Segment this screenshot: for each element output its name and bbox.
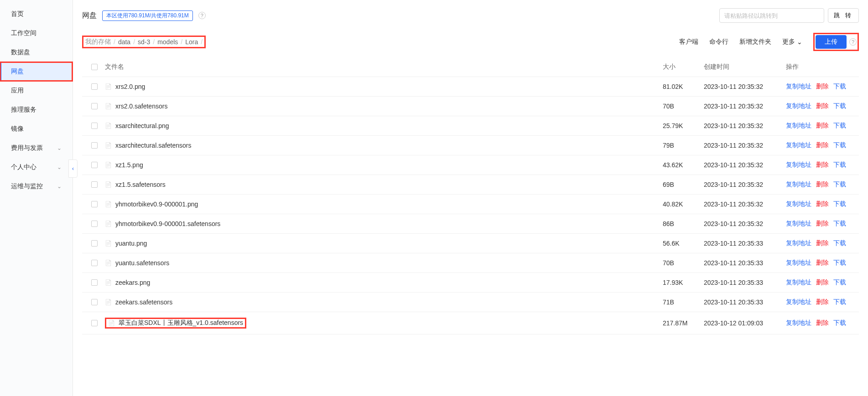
file-name[interactable]: xsarchitectural.png: [115, 122, 169, 129]
download-link[interactable]: 下载: [833, 180, 846, 189]
upload-help-icon[interactable]: ?: [849, 38, 857, 46]
delete-link[interactable]: 删除: [816, 200, 829, 208]
sidebar-item-2[interactable]: 数据盘: [0, 43, 73, 62]
row-checkbox[interactable]: [91, 279, 98, 286]
breadcrumb-item[interactable]: 我的存储: [85, 38, 111, 46]
copy-link[interactable]: 复制地址: [786, 180, 811, 189]
path-jump-input[interactable]: [719, 8, 824, 23]
delete-link[interactable]: 删除: [816, 278, 829, 287]
sidebar-item-6[interactable]: 镜像: [0, 119, 73, 139]
download-link[interactable]: 下载: [833, 141, 846, 149]
file-name[interactable]: xsarchitectural.safetensors: [115, 142, 192, 149]
row-checkbox[interactable]: [91, 201, 98, 207]
copy-link[interactable]: 复制地址: [786, 141, 811, 149]
delete-link[interactable]: 删除: [816, 180, 829, 189]
cli-link[interactable]: 命令行: [709, 38, 728, 46]
copy-link[interactable]: 复制地址: [786, 298, 811, 306]
delete-link[interactable]: 删除: [816, 259, 829, 267]
file-name[interactable]: xrs2.0.safetensors: [115, 103, 167, 110]
header-name: 文件名: [105, 63, 663, 71]
chevron-down-icon: ⌄: [57, 145, 62, 151]
copy-link[interactable]: 复制地址: [786, 259, 811, 267]
row-checkbox[interactable]: [91, 162, 98, 168]
delete-link[interactable]: 删除: [816, 82, 829, 91]
copy-link[interactable]: 复制地址: [786, 220, 811, 228]
delete-link[interactable]: 删除: [816, 319, 829, 327]
download-link[interactable]: 下载: [833, 220, 846, 228]
copy-link[interactable]: 复制地址: [786, 239, 811, 247]
more-dropdown[interactable]: 更多 ⌄: [782, 38, 802, 46]
file-name[interactable]: yhmotorbikev0.9-000001.safetensors: [115, 220, 220, 227]
delete-link[interactable]: 删除: [816, 220, 829, 228]
row-checkbox[interactable]: [91, 142, 98, 149]
sidebar-item-4[interactable]: 应用: [0, 81, 73, 100]
sidebar-item-8[interactable]: 个人中心⌄: [0, 158, 73, 177]
file-name[interactable]: 翠玉白菜SDXL丨玉雕风格_v1.0.safetensors: [119, 319, 243, 327]
jump-button[interactable]: 跳 转: [828, 8, 859, 23]
file-name[interactable]: yuantu.png: [115, 240, 147, 247]
row-checkbox[interactable]: [91, 123, 98, 129]
download-link[interactable]: 下载: [833, 259, 846, 267]
delete-link[interactable]: 删除: [816, 239, 829, 247]
copy-link[interactable]: 复制地址: [786, 319, 811, 327]
delete-link[interactable]: 删除: [816, 141, 829, 149]
chevron-down-icon: ⌄: [797, 38, 802, 46]
sidebar-item-label: 个人中心: [11, 163, 36, 171]
row-checkbox[interactable]: [91, 320, 98, 326]
row-checkbox[interactable]: [91, 83, 98, 90]
download-link[interactable]: 下载: [833, 122, 846, 130]
row-checkbox[interactable]: [91, 221, 98, 227]
sidebar-item-3[interactable]: 网盘: [0, 62, 73, 81]
file-name[interactable]: xrs2.0.png: [115, 83, 145, 90]
help-icon[interactable]: ?: [198, 12, 206, 19]
copy-link[interactable]: 复制地址: [786, 102, 811, 110]
download-link[interactable]: 下载: [833, 298, 846, 306]
copy-link[interactable]: 复制地址: [786, 278, 811, 287]
file-name[interactable]: xz1.5.png: [115, 161, 143, 169]
delete-link[interactable]: 删除: [816, 122, 829, 130]
sidebar-item-1[interactable]: 工作空间: [0, 24, 73, 43]
file-name[interactable]: yhmotorbikev0.9-000001.png: [115, 201, 198, 208]
copy-link[interactable]: 复制地址: [786, 161, 811, 169]
download-link[interactable]: 下载: [833, 102, 846, 110]
sidebar-item-0[interactable]: 首页: [0, 5, 73, 24]
select-all-checkbox[interactable]: [91, 64, 98, 70]
sidebar-item-9[interactable]: 运维与监控⌄: [0, 177, 73, 196]
sidebar-item-7[interactable]: 费用与发票⌄: [0, 139, 73, 158]
breadcrumb-item[interactable]: models: [157, 38, 178, 46]
download-link[interactable]: 下载: [833, 319, 846, 327]
delete-link[interactable]: 删除: [816, 161, 829, 169]
file-name[interactable]: yuantu.safetensors: [115, 259, 169, 267]
row-checkbox[interactable]: [91, 181, 98, 188]
file-icon: 📄: [105, 201, 112, 207]
breadcrumb-item[interactable]: Lora: [185, 38, 198, 46]
copy-link[interactable]: 复制地址: [786, 200, 811, 208]
copy-link[interactable]: 复制地址: [786, 122, 811, 130]
delete-link[interactable]: 删除: [816, 102, 829, 110]
breadcrumb-item[interactable]: data: [118, 38, 130, 46]
download-link[interactable]: 下载: [833, 239, 846, 247]
new-folder-link[interactable]: 新增文件夹: [739, 38, 771, 46]
copy-link[interactable]: 复制地址: [786, 82, 811, 91]
file-name[interactable]: zeekars.safetensors: [115, 298, 172, 306]
table-row: 📄yuantu.safetensors70B2023-10-11 20:35:3…: [82, 253, 859, 273]
breadcrumb-item[interactable]: sd-3: [138, 38, 150, 46]
breadcrumb: 我的存储/data/sd-3/models/Lora/: [85, 38, 203, 46]
table-row: 📄zeekars.safetensors71B2023-10-11 20:35:…: [82, 293, 859, 312]
download-link[interactable]: 下载: [833, 200, 846, 208]
download-link[interactable]: 下载: [833, 82, 846, 91]
upload-button[interactable]: 上传: [816, 35, 847, 49]
row-checkbox[interactable]: [91, 103, 98, 109]
sidebar-collapse-handle[interactable]: ‹: [68, 159, 78, 178]
file-icon: 📄: [105, 260, 112, 266]
download-link[interactable]: 下载: [833, 161, 846, 169]
row-checkbox[interactable]: [91, 299, 98, 305]
row-checkbox[interactable]: [91, 240, 98, 247]
file-name[interactable]: zeekars.png: [115, 279, 150, 286]
row-checkbox[interactable]: [91, 260, 98, 266]
sidebar-item-5[interactable]: 推理服务: [0, 100, 73, 119]
file-name[interactable]: xz1.5.safetensors: [115, 181, 166, 188]
client-link[interactable]: 客户端: [679, 38, 698, 46]
delete-link[interactable]: 删除: [816, 298, 829, 306]
download-link[interactable]: 下载: [833, 278, 846, 287]
